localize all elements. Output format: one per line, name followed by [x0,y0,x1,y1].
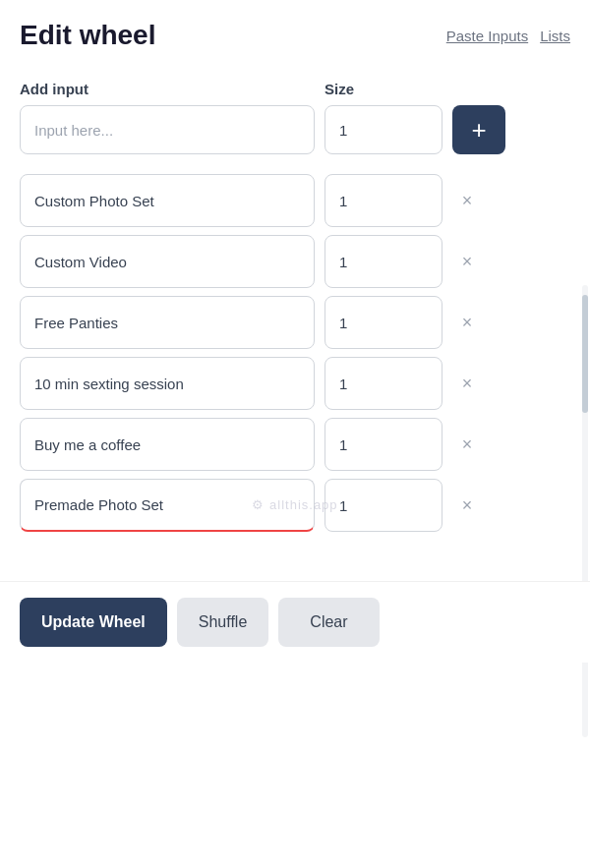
add-input-section: Add input Size + [20,81,570,154]
bottom-actions: Update Wheel Shuffle Clear [0,581,590,663]
scrollbar-thumb[interactable] [582,295,588,413]
shuffle-button[interactable]: Shuffle [177,598,269,647]
remove-button-1[interactable]: × [452,186,482,215]
paste-inputs-link[interactable]: Paste Inputs [446,28,528,44]
page-title: Edit wheel [20,20,155,51]
item-name-input-5[interactable] [20,418,315,471]
remove-button-6[interactable]: × [452,491,482,520]
item-name-input-1[interactable] [20,174,315,227]
label-add-input: Add input [20,81,315,97]
add-button[interactable]: + [452,105,505,154]
item-size-input-3[interactable] [324,296,442,349]
remove-button-3[interactable]: × [452,308,482,337]
header-links: Paste Inputs Lists [446,28,570,44]
add-input-labels: Add input Size [20,81,570,97]
add-input-text[interactable] [20,105,315,154]
add-input-size[interactable] [324,105,442,154]
item-size-input-2[interactable] [324,235,442,288]
item-size-input-5[interactable] [324,418,442,471]
item-row: × [20,174,570,227]
update-wheel-button[interactable]: Update Wheel [20,598,167,647]
add-input-row: + [20,105,570,154]
item-name-input-6[interactable] [20,479,315,532]
scrollbar-track[interactable] [582,285,588,737]
item-name-input-2[interactable] [20,235,315,288]
remove-button-5[interactable]: × [452,430,482,459]
item-row: × [20,235,570,288]
item-row: × [20,418,570,471]
item-row: × [20,479,570,532]
item-size-input-1[interactable] [324,174,442,227]
item-row: × [20,357,570,410]
item-size-input-4[interactable] [324,357,442,410]
item-size-input-6[interactable] [324,479,442,532]
lists-link[interactable]: Lists [540,28,570,44]
item-row: × [20,296,570,349]
label-size: Size [324,81,354,97]
remove-button-4[interactable]: × [452,369,482,398]
item-name-input-3[interactable] [20,296,315,349]
remove-button-2[interactable]: × [452,247,482,276]
item-name-input-4[interactable] [20,357,315,410]
page-header: Edit wheel Paste Inputs Lists [20,20,570,51]
clear-button[interactable]: Clear [278,598,379,647]
items-list: ×××××× [20,174,570,532]
